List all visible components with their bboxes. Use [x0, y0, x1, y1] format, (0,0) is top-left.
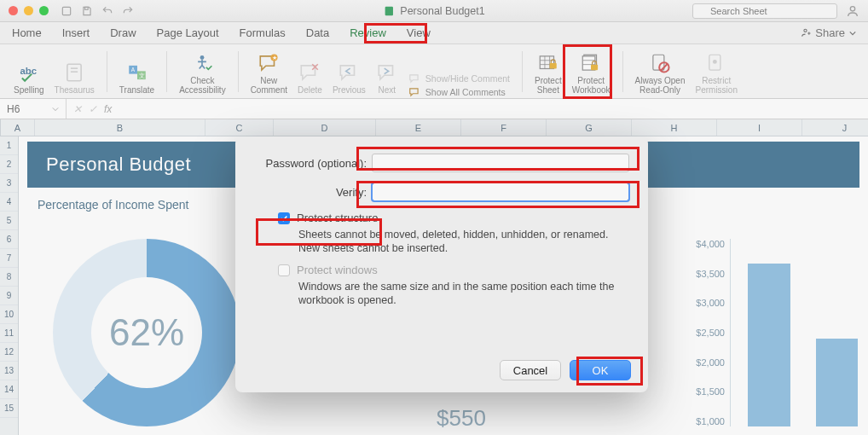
row-12[interactable]: 12	[0, 343, 18, 362]
ok-button[interactable]: OK	[570, 360, 631, 380]
protect-sheet-button[interactable]: Protect Sheet	[529, 49, 567, 98]
col-H[interactable]: H	[632, 119, 717, 136]
tab-insert[interactable]: Insert	[62, 26, 90, 39]
col-D[interactable]: D	[274, 119, 376, 136]
previous-comment-button[interactable]: Previous	[327, 59, 371, 98]
fx-label[interactable]: fx	[104, 103, 112, 115]
translate-icon: A文	[126, 61, 148, 84]
svg-point-6	[804, 29, 807, 32]
cell-reference: H6	[7, 103, 20, 115]
svg-rect-27	[550, 63, 557, 69]
protect-workbook-button[interactable]: Protect Workbook	[567, 49, 616, 98]
row-4[interactable]: 4	[0, 193, 18, 212]
user-account-icon[interactable]	[846, 4, 859, 18]
comment-icon	[408, 72, 420, 84]
verify-input[interactable]	[372, 183, 629, 201]
check-icon	[280, 214, 288, 223]
accessibility-icon	[191, 52, 213, 74]
next-comment-button[interactable]: Next	[371, 59, 403, 98]
redo-icon[interactable]	[122, 5, 134, 17]
chevron-down-icon	[52, 106, 59, 113]
tab-page-layout[interactable]: Page Layout	[157, 26, 219, 39]
bar-2	[816, 339, 859, 426]
col-G[interactable]: G	[547, 119, 632, 136]
spelling-label: Spelling	[14, 85, 44, 95]
translate-label: Translate	[119, 85, 154, 95]
col-J[interactable]: J	[802, 119, 868, 136]
row-3[interactable]: 3	[0, 174, 18, 193]
delete-icon	[298, 61, 321, 84]
spelling-button[interactable]: abc Spelling	[9, 59, 49, 98]
new-comment-button[interactable]: ★ New Comment	[246, 49, 292, 98]
svg-rect-32	[591, 65, 598, 71]
row-15[interactable]: 15	[0, 399, 18, 418]
row-5[interactable]: 5	[0, 212, 18, 230]
autosave-icon[interactable]	[61, 5, 72, 17]
restrict-permission-button[interactable]: Restrict Permission	[690, 49, 742, 98]
show-all-comments-button[interactable]: Show All Comments	[408, 86, 510, 98]
next-icon	[376, 61, 398, 84]
check-accessibility-button[interactable]: Check Accessibility	[174, 49, 230, 98]
col-B[interactable]: B	[35, 119, 205, 136]
protect-structure-checkbox[interactable]	[278, 212, 290, 224]
ylabel: $1,500	[687, 386, 728, 397]
share-button[interactable]: Share	[800, 26, 856, 39]
thesaurus-icon	[63, 61, 85, 84]
password-input[interactable]	[372, 154, 629, 172]
window-titlebar: Personal Budget1	[0, 0, 868, 22]
always-open-readonly-button[interactable]: Always Open Read-Only	[630, 49, 691, 98]
col-A[interactable]: A	[1, 119, 35, 136]
ylabel: $3,500	[687, 269, 728, 279]
svg-text:文: 文	[139, 72, 145, 78]
col-C[interactable]: C	[205, 119, 274, 136]
restrict-label: Restrict Permission	[695, 76, 737, 95]
close-window-button[interactable]	[9, 6, 18, 15]
previous-label: Previous	[333, 85, 366, 95]
tab-draw[interactable]: Draw	[110, 26, 136, 39]
translate-button[interactable]: A文 Translate	[114, 59, 159, 98]
col-I[interactable]: I	[717, 119, 802, 136]
tab-home[interactable]: Home	[12, 26, 42, 39]
row-9[interactable]: 9	[0, 287, 18, 305]
row-2[interactable]: 2	[0, 155, 18, 174]
row-11[interactable]: 11	[0, 324, 18, 343]
tab-view[interactable]: View	[407, 26, 431, 39]
search-sheet-input[interactable]	[692, 3, 837, 19]
window-title: Personal Budget1	[400, 5, 484, 17]
protect-workbook-icon	[580, 52, 602, 74]
col-F[interactable]: F	[461, 119, 547, 136]
save-icon[interactable]	[81, 5, 93, 17]
protect-structure-desc: Sheets cannot be moved, deleted, hidden,…	[298, 228, 629, 255]
tab-formulas[interactable]: Formulas	[240, 26, 286, 39]
tab-data[interactable]: Data	[306, 26, 329, 39]
maximize-window-button[interactable]	[39, 6, 49, 15]
ylabel: $2,500	[687, 328, 728, 338]
undo-icon[interactable]	[101, 5, 113, 17]
menu-tabs: Home Insert Draw Page Layout Formulas Da…	[0, 22, 868, 44]
col-E[interactable]: E	[376, 119, 461, 136]
protect-workbook-dialog: Password (optional): Verify: Protect str…	[235, 136, 648, 392]
row-10[interactable]: 10	[0, 305, 18, 324]
row-13[interactable]: 13	[0, 362, 18, 380]
svg-rect-2	[385, 6, 393, 15]
excel-doc-icon	[383, 5, 395, 17]
delete-comment-button[interactable]: Delete	[292, 59, 327, 98]
row-7[interactable]: 7	[0, 249, 18, 268]
minimize-window-button[interactable]	[24, 6, 33, 15]
verify-label: Verify:	[254, 186, 372, 199]
tab-review[interactable]: Review	[350, 26, 386, 39]
svg-text:abc: abc	[20, 66, 37, 76]
thesaurus-button[interactable]: Thesaurus	[49, 59, 100, 98]
svg-rect-0	[62, 7, 70, 14]
protect-structure-checkbox-row[interactable]: Protect structure	[278, 212, 629, 224]
showhide-comment-button[interactable]: Show/Hide Comment	[408, 72, 510, 84]
row-6[interactable]: 6	[0, 230, 18, 249]
restrict-icon	[705, 52, 727, 74]
previous-icon	[338, 61, 360, 84]
row-1[interactable]: 1	[0, 136, 18, 155]
row-14[interactable]: 14	[0, 380, 18, 399]
name-box[interactable]: H6	[0, 99, 67, 119]
row-8[interactable]: 8	[0, 268, 18, 287]
showhide-label: Show/Hide Comment	[425, 73, 510, 84]
cancel-button[interactable]: Cancel	[500, 360, 561, 380]
